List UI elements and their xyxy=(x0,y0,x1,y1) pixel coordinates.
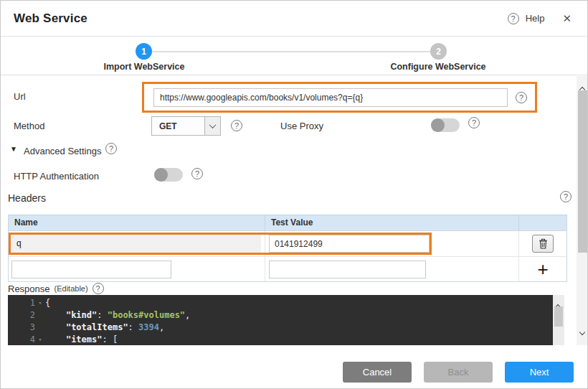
editor-scrollbar[interactable] xyxy=(553,295,564,345)
http-auth-toggle[interactable] xyxy=(154,168,183,182)
headers-table-head: Name Test Value xyxy=(9,215,566,231)
dialog-title: Web Service xyxy=(14,11,87,26)
headers-help-icon[interactable]: ? xyxy=(560,191,572,202)
advanced-settings-label[interactable]: Advanced Settings xyxy=(24,146,101,156)
editor-scrollbar-thumb[interactable] xyxy=(554,306,563,327)
step-1-label: Import WebService xyxy=(65,62,223,72)
column-header-actions xyxy=(519,215,566,230)
method-select[interactable]: GET xyxy=(151,116,221,136)
table-row: q xyxy=(9,231,566,257)
wizard-stepper: 1 2 Import WebService Configure WebServi… xyxy=(1,37,587,75)
dialog-footer: Cancel Back Next xyxy=(1,345,588,389)
url-highlight-box: ? xyxy=(142,82,537,113)
toggle-knob xyxy=(154,168,168,182)
new-header-name-input[interactable] xyxy=(11,261,171,278)
response-editor-lines: 1▾{2 "kind": "books#volumes",3 "totalIte… xyxy=(8,297,553,345)
code-line: 3 "totalItems": 3394, xyxy=(8,322,553,334)
header-name-cell[interactable]: q xyxy=(11,235,261,253)
headers-section-title: Headers xyxy=(8,192,46,204)
help-icon[interactable]: ? xyxy=(508,13,519,24)
code-line: 4▾ "items": [ xyxy=(8,334,553,345)
use-proxy-label: Use Proxy xyxy=(280,121,323,131)
column-header-test-value: Test Value xyxy=(265,215,519,230)
header-test-value-input[interactable] xyxy=(269,235,430,253)
fold-caret-icon xyxy=(35,322,45,334)
response-label-row: Response (Editable) ? xyxy=(8,283,104,294)
trash-icon xyxy=(539,238,548,249)
column-header-name: Name xyxy=(9,215,265,230)
toggle-knob xyxy=(431,118,445,132)
fold-caret-icon xyxy=(35,309,45,322)
http-auth-label: HTTP Authentication xyxy=(14,171,99,182)
response-label: Response xyxy=(8,283,50,294)
stepper-connector xyxy=(152,51,432,52)
cancel-button[interactable]: Cancel xyxy=(343,362,412,383)
method-dropdown-arrow[interactable] xyxy=(204,117,220,135)
fold-caret-icon[interactable]: ▾ xyxy=(35,334,45,345)
help-link[interactable]: Help xyxy=(526,13,545,24)
delete-row-button[interactable] xyxy=(532,235,554,253)
http-auth-help-icon[interactable]: ? xyxy=(191,168,203,179)
response-editable-label: (Editable) xyxy=(54,284,88,293)
use-proxy-toggle[interactable] xyxy=(431,118,460,132)
advanced-settings-help-icon[interactable]: ? xyxy=(105,143,117,154)
main-scrollbar-thumb[interactable] xyxy=(578,90,587,253)
titlebar: Web Service ? Help ✕ xyxy=(1,1,587,37)
back-button[interactable]: Back xyxy=(424,362,493,383)
method-label: Method xyxy=(14,121,44,131)
url-label: Url xyxy=(14,91,26,102)
code-line: 1▾{ xyxy=(8,297,553,309)
web-service-dialog: Web Service ? Help ✕ 1 2 Import WebServi… xyxy=(0,0,588,389)
next-button[interactable]: Next xyxy=(505,362,574,383)
main-scrollbar[interactable] xyxy=(577,76,588,345)
dialog-content: Url ? Method GET ? Use Proxy ? ▼ Advance… xyxy=(1,76,588,345)
code-line: 2 "kind": "books#volumes", xyxy=(8,309,553,322)
url-help-icon[interactable]: ? xyxy=(516,92,527,103)
fold-caret-icon[interactable]: ▾ xyxy=(35,297,45,309)
method-selected-value: GET xyxy=(152,121,204,131)
collapse-triangle-icon[interactable]: ▼ xyxy=(10,145,17,153)
url-input[interactable] xyxy=(153,88,508,107)
headers-table: Name Test Value q xyxy=(8,215,567,282)
step-1-circle[interactable]: 1 xyxy=(136,43,152,60)
close-icon[interactable]: ✕ xyxy=(562,12,572,25)
response-help-icon[interactable]: ? xyxy=(93,283,104,294)
add-row-button[interactable]: + xyxy=(537,261,548,278)
scroll-down-icon[interactable] xyxy=(579,329,585,335)
table-row-empty: + xyxy=(9,257,566,281)
method-help-icon[interactable]: ? xyxy=(231,120,242,131)
step-2-label: Configure WebService xyxy=(359,62,517,72)
new-header-value-input[interactable] xyxy=(269,261,426,278)
response-editor[interactable]: 1▾{2 "kind": "books#volumes",3 "totalIte… xyxy=(8,295,553,345)
step-2-circle[interactable]: 2 xyxy=(430,43,447,60)
use-proxy-help-icon[interactable]: ? xyxy=(468,117,480,128)
chevron-down-icon xyxy=(209,121,217,128)
